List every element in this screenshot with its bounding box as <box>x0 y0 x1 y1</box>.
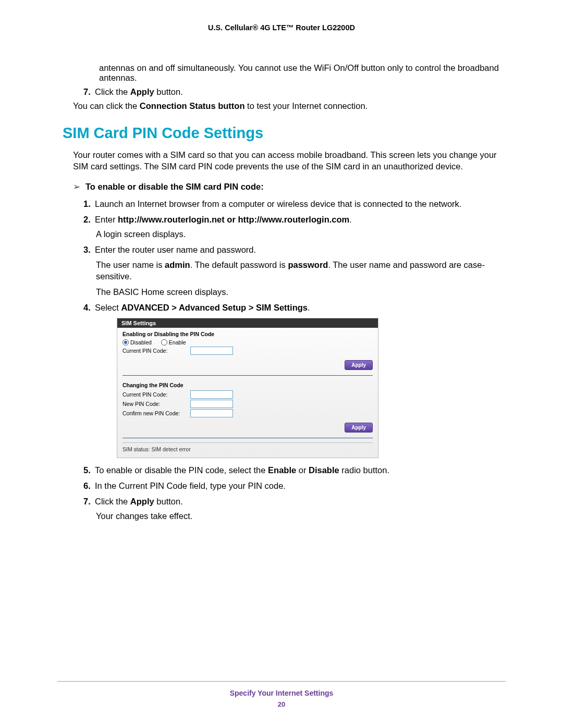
text-fragment: To enable or disable the PIN code, selec… <box>95 465 268 475</box>
text-fragment: . <box>349 215 352 224</box>
bold-apply: Apply <box>130 87 154 96</box>
bold-apply: Apply <box>130 497 154 506</box>
text-fragment: You can click the <box>73 101 140 110</box>
section-header: Changing the PIN Code <box>123 382 373 388</box>
step-marker: 6. <box>83 480 95 491</box>
current-pin-label: Current PIN Code: <box>123 348 190 354</box>
section-header: Enabling or Disabling the PIN Code <box>123 331 373 337</box>
new-pin-input[interactable] <box>190 400 233 408</box>
step-sub: A login screen displays. <box>96 228 500 240</box>
step-text: Enter the router user name and password. <box>95 245 256 254</box>
step-6: 6.In the Current PIN Code field, type yo… <box>83 480 500 491</box>
page-footer: Specify Your Internet Settings 20 <box>57 681 506 708</box>
text-fragment: radio button. <box>339 465 389 475</box>
step-marker: 2. <box>83 214 95 225</box>
text-fragment: or <box>296 465 309 475</box>
step-marker: 1. <box>83 198 95 209</box>
top-step-7: 7.Click the Apply button. <box>83 87 500 97</box>
confirm-pin-label: Confirm new PIN Code: <box>123 410 190 416</box>
procedure-title-text: To enable or disable the SIM card PIN co… <box>85 182 264 191</box>
page-content: antennas on and off simultaneously. You … <box>57 63 506 522</box>
triangle-bullet-icon: ➢ <box>73 182 85 192</box>
step-sub: The BASIC Home screen displays. <box>96 286 500 298</box>
enable-radio[interactable] <box>161 339 167 346</box>
step-7: 7.Click the Apply button. Your changes t… <box>83 496 500 522</box>
text-fragment: The user name is <box>96 260 165 269</box>
change-pin-section: Changing the PIN Code Current PIN Code: … <box>117 379 378 421</box>
footer-divider <box>57 681 506 682</box>
current-pin-input[interactable] <box>190 347 233 355</box>
text-fragment: to test your Internet connection. <box>244 101 368 110</box>
step-sub: The user name is admin. The default pass… <box>96 259 500 282</box>
sim-settings-screenshot: SIM Settings Enabling or Disabling the P… <box>117 318 378 458</box>
step-text: Launch an Internet browser from a comput… <box>95 199 461 208</box>
divider <box>123 442 373 443</box>
step-5: 5.To enable or disable the PIN code, sel… <box>83 464 500 476</box>
bold-admin: admin <box>165 260 190 269</box>
step-marker: 5. <box>83 464 95 476</box>
step-text: To enable or disable the PIN code, selec… <box>95 465 389 475</box>
footer-section-title: Specify Your Internet Settings <box>57 689 506 697</box>
step-sub: Your changes take effect. <box>96 510 500 522</box>
procedure-title: ➢To enable or disable the SIM card PIN c… <box>73 182 500 192</box>
step-text: In the Current PIN Code field, type your… <box>95 481 286 490</box>
text-fragment: Select <box>95 303 121 312</box>
divider <box>123 438 373 438</box>
step-marker: 7. <box>83 496 95 507</box>
sim-settings-titlebar: SIM Settings <box>117 318 378 328</box>
step-2: 2.Enter http://www.routerlogin.net or ht… <box>83 214 500 240</box>
step-marker: 3. <box>83 244 95 255</box>
text-fragment: button. <box>154 87 183 96</box>
intro-paragraph: Your router comes with a SIM card so tha… <box>73 149 500 172</box>
text-fragment: . The default password is <box>190 260 288 269</box>
section-heading: SIM Card PIN Code Settings <box>63 125 500 142</box>
document-page: U.S. Cellular® 4G LTE™ Router LG2200D an… <box>0 0 563 728</box>
current-pin-label: Current PIN Code: <box>123 391 190 398</box>
step-marker: 4. <box>83 302 95 313</box>
new-pin-label: New PIN Code: <box>123 401 190 407</box>
step-1: 1.Launch an Internet browser from a comp… <box>83 198 500 209</box>
bold-connection-status: Connection Status button <box>140 101 245 110</box>
current-pin-row: Current PIN Code: <box>123 347 373 355</box>
radio-row: Disabled Enable <box>123 339 373 346</box>
divider <box>123 375 373 376</box>
bold-password: password <box>288 260 328 269</box>
enable-label: Enable <box>169 339 186 346</box>
step-3: 3.Enter the router user name and passwor… <box>83 244 500 298</box>
current-pin-input-2[interactable] <box>190 390 233 399</box>
enable-disable-section: Enabling or Disabling the PIN Code Disab… <box>117 328 378 358</box>
apply-row-2: Apply <box>117 421 378 437</box>
apply-row-1: Apply <box>117 358 378 374</box>
confirm-pin-row: Confirm new PIN Code: <box>123 409 373 417</box>
apply-button[interactable]: Apply <box>345 360 373 370</box>
step-text: Enter http://www.routerlogin.net or http… <box>95 215 352 224</box>
new-pin-row: New PIN Code: <box>123 400 373 408</box>
bold-disable: Disable <box>309 465 339 475</box>
connection-status-note: You can click the Connection Status butt… <box>73 101 500 111</box>
current-pin-row-2: Current PIN Code: <box>123 390 373 399</box>
step-text: Click the Apply button. <box>95 497 183 506</box>
bold-enable: Enable <box>268 465 296 475</box>
step-marker: 7. <box>83 87 95 97</box>
apply-button[interactable]: Apply <box>345 423 373 433</box>
bold-url: http://www.routerlogin.net or http://www… <box>118 215 349 224</box>
footer-page-number: 20 <box>57 700 506 708</box>
confirm-pin-input[interactable] <box>190 409 233 417</box>
sim-status-text: SIM status: SIM detect error <box>117 445 378 458</box>
step-text: Select ADVANCED > Advanced Setup > SIM S… <box>95 303 310 312</box>
step-4: 4.Select ADVANCED > Advanced Setup > SIM… <box>83 302 500 313</box>
bold-navpath: ADVANCED > Advanced Setup > SIM Settings <box>121 303 308 312</box>
ordered-steps: 1.Launch an Internet browser from a comp… <box>83 198 500 522</box>
text-fragment: . <box>308 303 310 312</box>
text-fragment: Click the <box>95 497 130 506</box>
text-fragment: Enter <box>95 215 118 224</box>
disabled-label: Disabled <box>130 339 152 346</box>
disabled-radio[interactable] <box>123 339 129 346</box>
text-fragment: Click the <box>95 87 130 96</box>
text-fragment: button. <box>154 497 183 506</box>
antenna-paragraph: antennas on and off simultaneously. You … <box>99 63 500 83</box>
page-header: U.S. Cellular® 4G LTE™ Router LG2200D <box>57 23 506 32</box>
